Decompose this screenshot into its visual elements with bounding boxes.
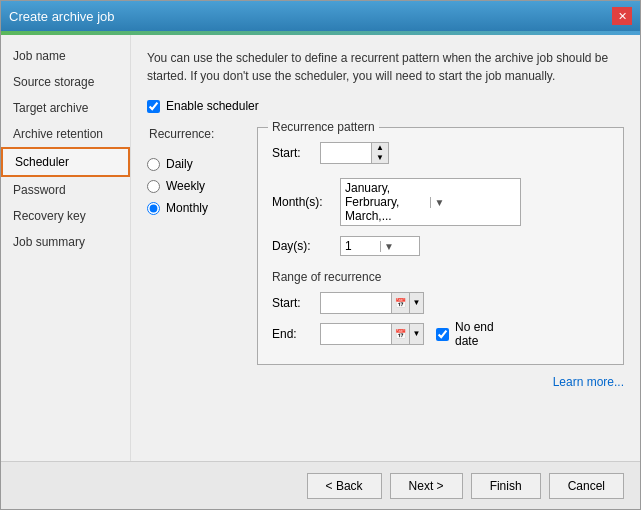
sidebar-item-password[interactable]: Password <box>1 177 130 203</box>
next-button[interactable]: Next > <box>390 473 463 499</box>
learn-more-link[interactable]: Learn more... <box>553 375 624 389</box>
range-end-input-group: 8/ 3/2015 📅 ▼ <box>320 323 424 345</box>
enable-scheduler-label[interactable]: Enable scheduler <box>166 99 259 113</box>
cancel-button[interactable]: Cancel <box>549 473 624 499</box>
range-start-label: Start: <box>272 296 312 310</box>
recurrence-label: Recurrence: <box>147 127 237 141</box>
start-time-row: Start: 00:00 ▲ ▼ <box>272 142 609 164</box>
months-dropdown-arrow: ▼ <box>430 197 515 208</box>
weekly-radio[interactable] <box>147 180 160 193</box>
no-end-date-row: No end date <box>436 320 495 348</box>
time-spin-down[interactable]: ▼ <box>372 153 388 163</box>
footer: < Back Next > Finish Cancel <box>1 461 640 509</box>
range-end-row: End: 8/ 3/2015 📅 ▼ No end date <box>272 320 609 348</box>
range-end-label: End: <box>272 327 312 341</box>
monthly-label[interactable]: Monthly <box>166 201 208 215</box>
daily-radio[interactable] <box>147 158 160 171</box>
content-area: You can use the scheduler to define a re… <box>131 35 640 461</box>
description-text: You can use the scheduler to define a re… <box>147 49 624 85</box>
sidebar-item-recovery-key[interactable]: Recovery key <box>1 203 130 229</box>
enable-scheduler-row: Enable scheduler <box>147 99 624 113</box>
sidebar-item-source-storage[interactable]: Source storage <box>1 69 130 95</box>
recurrence-pattern-box: Recurrence pattern Start: 00:00 ▲ ▼ <box>257 127 624 365</box>
start-time-label: Start: <box>272 146 312 160</box>
no-end-date-checkbox[interactable] <box>436 328 449 341</box>
enable-scheduler-checkbox[interactable] <box>147 100 160 113</box>
range-of-recurrence: Range of recurrence Start: 8/ 3/2015 📅 ▼ <box>272 270 609 348</box>
range-start-input[interactable]: 8/ 3/2015 <box>321 294 391 312</box>
months-dropdown[interactable]: January, Ferbruary, March,... ▼ <box>340 178 521 226</box>
daily-radio-option[interactable]: Daily <box>147 153 237 175</box>
range-end-calendar-button[interactable]: 📅 <box>391 324 409 344</box>
dialog-title: Create archive job <box>9 9 115 24</box>
time-spin-up[interactable]: ▲ <box>372 143 388 153</box>
create-archive-job-dialog: Create archive job ✕ Job name Source sto… <box>0 0 641 510</box>
weekly-radio-option[interactable]: Weekly <box>147 175 237 197</box>
learn-more-row: Learn more... <box>147 375 624 389</box>
days-value: 1 <box>345 239 376 253</box>
sidebar-item-scheduler[interactable]: Scheduler <box>1 147 130 177</box>
start-time-input[interactable]: 00:00 <box>321 144 371 162</box>
range-end-input[interactable]: 8/ 3/2015 <box>321 325 391 343</box>
days-label: Day(s): <box>272 239 332 253</box>
sidebar: Job name Source storage Target archive A… <box>1 35 131 461</box>
sidebar-item-target-archive[interactable]: Target archive <box>1 95 130 121</box>
sidebar-item-job-summary[interactable]: Job summary <box>1 229 130 255</box>
months-row: Month(s): January, Ferbruary, March,... … <box>272 178 609 226</box>
daily-label[interactable]: Daily <box>166 157 193 171</box>
range-end-dropdown-btn[interactable]: ▼ <box>409 324 423 344</box>
monthly-radio[interactable] <box>147 202 160 215</box>
days-dropdown-arrow: ▼ <box>380 241 415 252</box>
range-start-input-group: 8/ 3/2015 📅 ▼ <box>320 292 424 314</box>
spin-buttons: ▲ ▼ <box>371 143 388 163</box>
sidebar-item-job-name[interactable]: Job name <box>1 43 130 69</box>
time-input-group: 00:00 ▲ ▼ <box>320 142 389 164</box>
days-dropdown[interactable]: 1 ▼ <box>340 236 420 256</box>
title-bar: Create archive job ✕ <box>1 1 640 31</box>
finish-button[interactable]: Finish <box>471 473 541 499</box>
recurrence-section: Recurrence: Daily Weekly Monthly <box>147 127 624 365</box>
monthly-radio-option[interactable]: Monthly <box>147 197 237 219</box>
no-end-date-label[interactable]: No end date <box>455 320 495 348</box>
months-label: Month(s): <box>272 195 332 209</box>
sidebar-item-archive-retention[interactable]: Archive retention <box>1 121 130 147</box>
months-value: January, Ferbruary, March,... <box>345 181 426 223</box>
days-row: Day(s): 1 ▼ <box>272 236 609 256</box>
range-title: Range of recurrence <box>272 270 609 284</box>
range-start-calendar-button[interactable]: 📅 <box>391 293 409 313</box>
range-start-row: Start: 8/ 3/2015 📅 ▼ <box>272 292 609 314</box>
main-content: Job name Source storage Target archive A… <box>1 35 640 461</box>
weekly-label[interactable]: Weekly <box>166 179 205 193</box>
range-start-dropdown-btn[interactable]: ▼ <box>409 293 423 313</box>
recurrence-pattern-title: Recurrence pattern <box>268 120 379 134</box>
close-button[interactable]: ✕ <box>612 7 632 25</box>
back-button[interactable]: < Back <box>307 473 382 499</box>
